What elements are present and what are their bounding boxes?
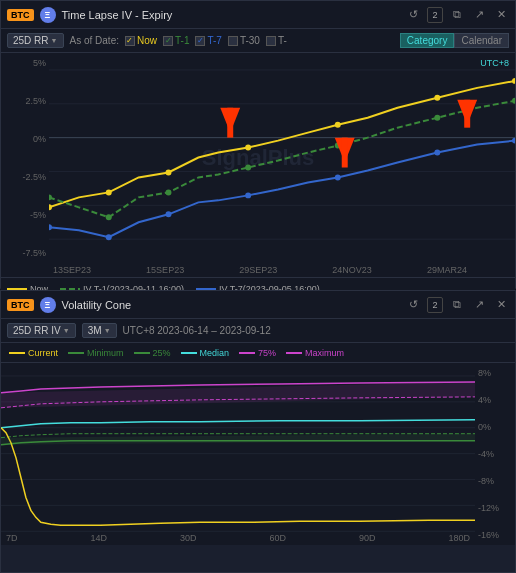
bottom-legend: Current Minimum 25% Median 75% Maximum — [1, 343, 515, 363]
svg-rect-31 — [342, 138, 348, 168]
legend-75-label: 75% — [258, 348, 276, 358]
t30-checkbox[interactable]: T-30 — [228, 35, 260, 46]
svg-point-27 — [512, 138, 515, 144]
t1-checkbox[interactable]: ✓ T-1 — [163, 35, 189, 46]
top-panel: BTC Ξ Time Lapse IV - Expiry ↺ 2 ⧉ ↗ ✕ 2… — [0, 0, 516, 290]
bottom-close-icon[interactable]: ✕ — [493, 297, 509, 313]
expand-icon[interactable]: ↗ — [471, 7, 487, 23]
bottom-select[interactable]: 25D RR IV ▼ — [7, 323, 76, 338]
x-label-60d: 60D — [269, 533, 286, 543]
y-label-bn4: -4% — [478, 449, 512, 459]
top-chart-svg — [49, 53, 515, 262]
y-label-4: 4% — [478, 395, 512, 405]
legend-25: 25% — [134, 348, 171, 358]
as-of-date-label: As of Date: — [70, 35, 119, 46]
bottom-btc-badge: BTC — [7, 299, 34, 311]
legend-current-label: Current — [28, 348, 58, 358]
bottom-copy-icon[interactable]: ⧉ — [449, 297, 465, 313]
svg-point-9 — [166, 169, 172, 175]
svg-marker-42 — [1, 434, 475, 445]
period-select[interactable]: 3M ▼ — [82, 323, 117, 338]
top-select[interactable]: 25D RR ▼ — [7, 33, 64, 48]
bottom-chart-area: 8% 4% 0% -4% -8% -12% -16% — [1, 363, 515, 545]
legend-max-label: Maximum — [305, 348, 344, 358]
legend-minimum: Minimum — [68, 348, 124, 358]
y-axis-bottom: 8% 4% 0% -4% -8% -12% -16% — [475, 363, 515, 545]
cat-cal-buttons: Category Calendar — [400, 33, 509, 48]
category-button[interactable]: Category — [400, 33, 455, 48]
bottom-refresh-icon[interactable]: ↺ — [405, 297, 421, 313]
svg-rect-29 — [227, 108, 233, 138]
x-label-30d: 30D — [180, 533, 197, 543]
legend-75-line — [239, 352, 255, 354]
top-controls: 25D RR ▼ As of Date: ✓ Now ✓ T-1 ✓ T-7 T… — [1, 29, 515, 53]
svg-point-12 — [434, 95, 440, 101]
legend-25-label: 25% — [153, 348, 171, 358]
y-label-0: 0% — [4, 134, 46, 144]
x-label-15sep: 15SEP23 — [146, 265, 184, 275]
bottom-header: BTC Ξ Volatility Cone ↺ 2 ⧉ ↗ ✕ — [1, 291, 515, 319]
refresh-icon[interactable]: ↺ — [405, 7, 421, 23]
svg-point-17 — [245, 165, 251, 171]
svg-point-26 — [434, 150, 440, 156]
legend-current: Current — [9, 348, 58, 358]
legend-min-label: Minimum — [87, 348, 124, 358]
svg-point-20 — [512, 98, 515, 104]
now-checkbox[interactable]: ✓ Now — [125, 35, 157, 46]
bottom-eth-badge: Ξ — [40, 297, 56, 313]
t-checkbox[interactable]: T- — [266, 35, 287, 46]
y-label-b0: 0% — [478, 422, 512, 432]
x-label-29sep: 29SEP23 — [239, 265, 277, 275]
legend-median-line — [181, 352, 197, 354]
legend-maximum: Maximum — [286, 348, 344, 358]
svg-point-10 — [245, 145, 251, 151]
bottom-panel: BTC Ξ Volatility Cone ↺ 2 ⧉ ↗ ✕ 25D RR I… — [0, 290, 516, 573]
x-label-29mar: 29MAR24 — [427, 265, 467, 275]
legend-25-line — [134, 352, 150, 354]
svg-point-11 — [335, 122, 341, 128]
legend-max-line — [286, 352, 302, 354]
x-label-7d: 7D — [6, 533, 18, 543]
calendar-button[interactable]: Calendar — [454, 33, 509, 48]
y-label-bn12: -12% — [478, 503, 512, 513]
svg-point-8 — [106, 189, 112, 195]
svg-point-22 — [106, 234, 112, 240]
svg-marker-41 — [1, 382, 475, 408]
x-label-180d: 180D — [448, 533, 470, 543]
svg-point-25 — [335, 174, 341, 180]
x-axis-bottom: 7D 14D 30D 60D 90D 180D — [1, 533, 475, 543]
x-axis-top: 13SEP23 15SEP23 29SEP23 24NOV23 29MAR24 — [1, 263, 515, 277]
bottom-controls: 25D RR IV ▼ 3M ▼ UTC+8 2023-06-14 – 2023… — [1, 319, 515, 343]
y-label-n75: -7.5% — [4, 248, 46, 258]
svg-point-13 — [512, 78, 515, 84]
x-label-13sep: 13SEP23 — [53, 265, 91, 275]
svg-point-21 — [49, 224, 52, 230]
svg-point-15 — [106, 214, 112, 220]
legend-current-line — [9, 352, 25, 354]
eth-badge: Ξ — [40, 7, 56, 23]
bottom-panel-title: Volatility Cone — [62, 299, 400, 311]
top-header: BTC Ξ Time Lapse IV - Expiry ↺ 2 ⧉ ↗ ✕ — [1, 1, 515, 29]
y-label-25: 2.5% — [4, 96, 46, 106]
svg-point-19 — [434, 115, 440, 121]
bottom-expand-icon[interactable]: ↗ — [471, 297, 487, 313]
btc-badge: BTC — [7, 9, 34, 21]
svg-point-23 — [166, 211, 172, 217]
date-range-label: UTC+8 2023-06-14 – 2023-09-12 — [123, 325, 271, 336]
bottom-number-icon[interactable]: 2 — [427, 297, 443, 313]
y-label-5: 5% — [4, 58, 46, 68]
x-label-24nov: 24NOV23 — [332, 265, 372, 275]
close-icon[interactable]: ✕ — [493, 7, 509, 23]
legend-75: 75% — [239, 348, 276, 358]
svg-point-24 — [245, 192, 251, 198]
t7-checkbox[interactable]: ✓ T-7 — [195, 35, 221, 46]
y-label-bn8: -8% — [478, 476, 512, 486]
number-icon[interactable]: 2 — [427, 7, 443, 23]
y-label-n25: -2.5% — [4, 172, 46, 182]
legend-median-label: Median — [200, 348, 230, 358]
legend-median: Median — [181, 348, 230, 358]
copy-icon[interactable]: ⧉ — [449, 7, 465, 23]
top-chart-area: SignalPlus UTC+8 5% 2.5% 0% -2.5% -5% -7… — [1, 53, 515, 263]
legend-min-line — [68, 352, 84, 354]
y-axis-top: 5% 2.5% 0% -2.5% -5% -7.5% — [1, 53, 49, 263]
